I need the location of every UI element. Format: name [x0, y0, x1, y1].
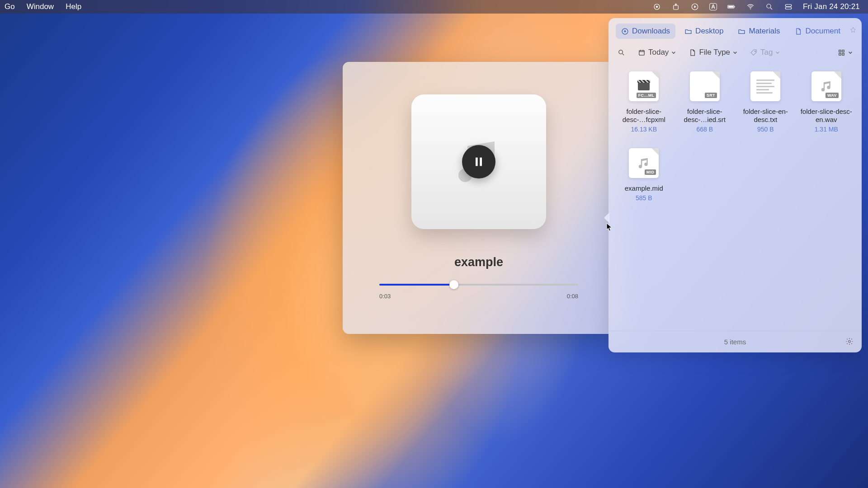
progress-area: 0:03 0:08 [379, 284, 578, 300]
desktop: Go Window Help A Fri Jan 24 20:21 exampl… [0, 0, 868, 488]
tab-materials[interactable]: Materials [732, 23, 785, 39]
box-out-icon[interactable] [671, 2, 680, 11]
panel-toolbar: Today File Type Tag [609, 44, 862, 63]
file-icon: SRT [690, 71, 720, 101]
file-name: folder-slice-en-desc.txt [737, 108, 794, 124]
svg-rect-19 [839, 53, 841, 55]
panel-search-button[interactable] [618, 49, 625, 56]
file-size: 585 B [636, 194, 652, 202]
file-name: folder-slice-desc-…fcpxml [616, 108, 672, 124]
file-item[interactable]: FC…MLfolder-slice-desc-…fcpxml16.13 KB [615, 68, 673, 143]
tab-document[interactable]: Document [789, 23, 845, 39]
svg-point-8 [767, 4, 771, 8]
file-panel: DownloadsDesktopMaterialsDocument Today … [609, 18, 862, 352]
svg-rect-11 [476, 158, 478, 166]
file-ext-badge: WAV [826, 93, 839, 98]
time-total: 0:08 [567, 293, 578, 300]
file-item[interactable]: MIDexample.mid585 B [615, 145, 673, 211]
play-circle-icon[interactable] [690, 2, 699, 11]
filter-tag[interactable]: Tag [750, 48, 780, 57]
file-name: folder-slice-desc-…ied.srt [677, 108, 733, 124]
progress-bar[interactable] [379, 284, 578, 286]
battery-icon[interactable] [727, 2, 736, 11]
pin-icon[interactable] [849, 27, 857, 36]
panel-item-count: 5 items [724, 338, 746, 346]
cursor-icon [606, 223, 613, 232]
file-item[interactable]: folder-slice-en-desc.txt950 B [736, 68, 795, 143]
svg-point-1 [656, 6, 658, 8]
file-item[interactable]: WAVfolder-slice-desc-en.wav1.31 MB [797, 68, 856, 143]
control-center-icon[interactable] [784, 2, 793, 11]
menubar-clock[interactable]: Fri Jan 24 20:21 [803, 2, 860, 11]
tab-label: Materials [749, 27, 780, 36]
file-grid: FC…MLfolder-slice-desc-…fcpxml16.13 KBSR… [609, 63, 862, 331]
file-icon [750, 71, 780, 101]
search-icon[interactable] [765, 2, 774, 11]
file-size: 668 B [696, 126, 713, 133]
pause-button[interactable] [462, 145, 495, 178]
file-size: 950 B [757, 126, 774, 133]
file-name: example.mid [625, 184, 663, 192]
quicklook-player: example 0:03 0:08 [343, 62, 615, 334]
menu-help[interactable]: Help [66, 2, 81, 11]
tab-downloads[interactable]: Downloads [616, 23, 675, 39]
file-size: 1.31 MB [815, 126, 838, 133]
file-size: 16.13 KB [631, 126, 657, 133]
view-mode-button[interactable] [838, 49, 853, 56]
svg-rect-18 [842, 50, 844, 52]
svg-point-14 [619, 50, 623, 54]
player-artwork [411, 94, 546, 229]
menu-window[interactable]: Window [27, 2, 54, 11]
record-icon[interactable] [652, 2, 661, 11]
panel-settings-button[interactable] [845, 337, 854, 347]
file-icon: FC…ML [629, 71, 659, 101]
progress-fill [379, 284, 454, 286]
filter-filetype[interactable]: File Type [689, 48, 737, 57]
tab-label: Downloads [632, 27, 670, 36]
panel-status: 5 items [609, 331, 862, 352]
svg-rect-9 [785, 5, 792, 7]
file-name: folder-slice-desc-en.wav [798, 108, 855, 124]
track-title: example [454, 255, 503, 269]
wifi-icon[interactable] [746, 2, 755, 11]
tab-desktop[interactable]: Desktop [679, 23, 729, 39]
svg-rect-10 [785, 7, 792, 9]
svg-rect-12 [480, 158, 482, 166]
svg-point-7 [750, 8, 751, 9]
menubar: Go Window Help A Fri Jan 24 20:21 [0, 0, 868, 14]
file-ext-badge: FC…ML [637, 93, 656, 98]
svg-rect-20 [842, 53, 844, 55]
filter-today[interactable]: Today [638, 48, 676, 57]
svg-point-21 [849, 340, 851, 343]
file-ext-badge: MID [645, 169, 656, 175]
panel-pointer [604, 212, 609, 223]
file-item[interactable]: SRTfolder-slice-desc-…ied.srt668 B [676, 68, 734, 143]
tab-label: Desktop [695, 27, 723, 36]
svg-rect-17 [839, 50, 841, 52]
menu-go[interactable]: Go [5, 2, 15, 11]
input-source-badge[interactable]: A [709, 3, 717, 10]
svg-rect-15 [639, 50, 644, 55]
file-icon: MID [629, 148, 659, 178]
svg-point-16 [755, 51, 755, 52]
svg-rect-6 [728, 6, 734, 8]
file-ext-badge: SRT [705, 93, 717, 98]
progress-knob[interactable] [449, 280, 458, 289]
file-icon: WAV [811, 71, 841, 101]
svg-rect-5 [734, 6, 735, 8]
tab-label: Document [805, 27, 840, 36]
panel-tabs: DownloadsDesktopMaterialsDocument [609, 18, 862, 44]
time-elapsed: 0:03 [379, 293, 391, 300]
